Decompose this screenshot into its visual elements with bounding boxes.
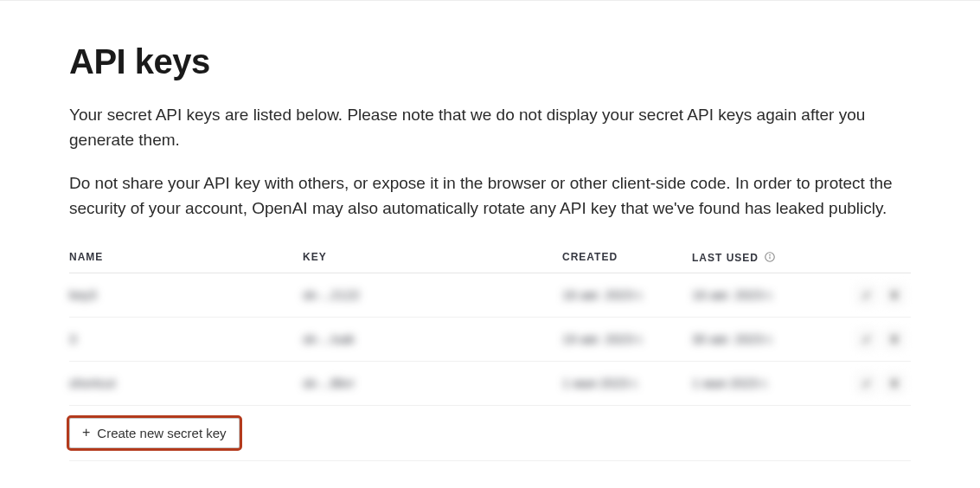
col-header-key: KEY: [303, 242, 562, 273]
info-icon[interactable]: [764, 251, 776, 263]
description-2: Do not share your API key with others, o…: [69, 170, 911, 222]
cell-key: sk-...2122: [303, 273, 562, 317]
edit-button[interactable]: [857, 286, 876, 305]
col-header-created: CREATED: [562, 242, 692, 273]
cell-created: 1 мая 2023 г.: [562, 361, 692, 405]
cell-key: sk-...Isak: [303, 317, 562, 361]
cell-created: 19 авг. 2023 г.: [562, 317, 692, 361]
table-row: key3 sk-...2122 16 авг. 2023 г. 16 авг. …: [69, 273, 911, 317]
cell-lastused: 16 авг. 2023 г.: [692, 273, 850, 317]
table-row: 3 sk-...Isak 19 авг. 2023 г. 30 авг. 202…: [69, 317, 911, 361]
delete-button[interactable]: [885, 374, 904, 393]
edit-button[interactable]: [857, 330, 876, 349]
cell-key: sk-...Bkrr: [303, 361, 562, 405]
cell-name: shortcut: [69, 361, 303, 405]
svg-point-2: [770, 254, 771, 255]
cell-created: 16 авг. 2023 г.: [562, 273, 692, 317]
description-1: Your secret API keys are listed below. P…: [69, 102, 911, 153]
edit-button[interactable]: [857, 374, 876, 393]
cell-lastused: 30 авг. 2023 г.: [692, 317, 850, 361]
cell-name: key3: [69, 273, 303, 317]
col-header-name: NAME: [69, 242, 303, 273]
create-button-label: Create new secret key: [97, 426, 226, 440]
col-header-last-used: LAST USED: [692, 242, 850, 273]
plus-icon: +: [82, 426, 90, 440]
table-row: shortcut sk-...Bkrr 1 мая 2023 г. 1 мая …: [69, 361, 911, 405]
create-new-secret-key-button[interactable]: + Create new secret key: [69, 418, 240, 448]
delete-button[interactable]: [885, 330, 904, 349]
delete-button[interactable]: [885, 286, 904, 305]
cell-lastused: 1 мая 2023 г.: [692, 361, 850, 405]
cell-name: 3: [69, 317, 303, 361]
col-header-actions: [850, 242, 911, 273]
page-title: API keys: [69, 42, 911, 81]
api-keys-table: NAME KEY CREATED LAST USED: [69, 242, 911, 461]
